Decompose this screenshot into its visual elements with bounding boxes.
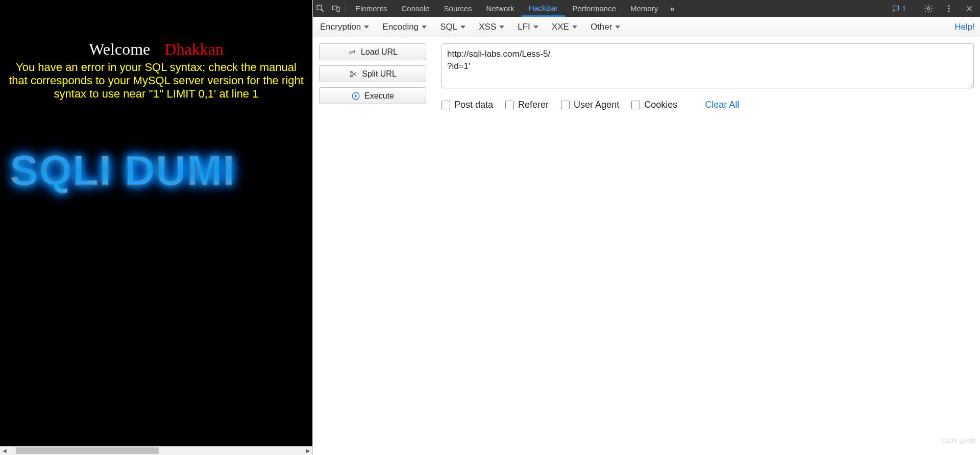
tab-memory[interactable]: Memory — [623, 0, 665, 17]
hackbar-right-column: Post data Referer User Agent Cookies Cle… — [442, 43, 974, 110]
menu-xxe-label: XXE — [552, 22, 569, 32]
svg-point-6 — [948, 10, 950, 12]
menu-xss[interactable]: XSS — [477, 22, 506, 32]
messages-count: 1 — [902, 5, 906, 13]
tab-elements[interactable]: Elements — [348, 0, 395, 17]
sql-error-text: You have an error in your SQL syntax; ch… — [0, 59, 312, 101]
load-url-label: Load URL — [361, 47, 398, 57]
tab-sources[interactable]: Sources — [437, 0, 479, 17]
close-devtools-icon[interactable] — [962, 5, 977, 13]
split-url-label: Split URL — [362, 69, 397, 79]
hackbar-button-column: Load URL Split URL Execute — [319, 43, 426, 104]
device-toolbar-icon[interactable] — [328, 0, 344, 17]
watermark: CSDN @雄枝 — [942, 437, 976, 445]
scroll-track[interactable] — [9, 446, 304, 455]
post-data-label: Post data — [454, 100, 493, 110]
user-agent-checkbox-input[interactable] — [561, 101, 570, 109]
cookies-checkbox-input[interactable] — [631, 101, 640, 109]
tab-performance[interactable]: Performance — [565, 0, 623, 17]
execute-label: Execute — [364, 91, 394, 101]
devtools-tabstrip: Elements Console Sources Network HackBar… — [313, 0, 980, 17]
hackbar-toolbar: Encryption Encoding SQL XSS LFI XXE Othe… — [313, 17, 980, 37]
scroll-left-arrow-icon[interactable]: ◀ — [0, 446, 9, 455]
menu-encryption-label: Encryption — [320, 22, 361, 32]
chevron-down-icon — [572, 26, 577, 29]
inspect-element-icon[interactable] — [313, 0, 328, 17]
tab-console[interactable]: Console — [395, 0, 437, 17]
referer-label: Referer — [518, 100, 549, 110]
hackbar-body: Load URL Split URL Execute Post data Ref… — [313, 37, 980, 116]
scroll-thumb[interactable] — [16, 447, 159, 454]
scroll-right-arrow-icon[interactable]: ▶ — [304, 446, 312, 455]
svg-point-3 — [927, 7, 930, 10]
menu-other-label: Other — [591, 22, 612, 32]
menu-xss-label: XSS — [479, 22, 496, 32]
menu-lfi[interactable]: LFI — [516, 22, 541, 32]
svg-rect-2 — [337, 7, 339, 11]
url-input[interactable] — [442, 43, 974, 88]
menu-xxe[interactable]: XXE — [550, 22, 579, 32]
cookies-label: Cookies — [644, 100, 677, 110]
chevron-down-icon — [533, 26, 538, 29]
split-url-button[interactable]: Split URL — [319, 65, 426, 82]
dhakkan-label: Dhakkan — [164, 40, 224, 58]
user-agent-checkbox[interactable]: User Agent — [561, 100, 619, 110]
play-icon — [351, 91, 360, 101]
svg-rect-0 — [317, 5, 322, 10]
rendered-page: Welcome Dhakkan You have an error in you… — [0, 0, 312, 455]
svg-point-5 — [948, 8, 950, 9]
chevron-down-icon — [615, 26, 620, 29]
execute-button[interactable]: Execute — [319, 87, 426, 104]
scissors-icon — [349, 69, 358, 79]
load-url-button[interactable]: Load URL — [319, 43, 426, 60]
menu-encoding-label: Encoding — [382, 22, 419, 32]
referer-checkbox-input[interactable] — [505, 101, 514, 109]
svg-rect-1 — [332, 6, 337, 10]
clear-all-link[interactable]: Clear All — [705, 100, 739, 110]
more-tabs-icon[interactable]: » — [665, 0, 679, 17]
chain-icon — [348, 47, 357, 57]
chevron-down-icon — [460, 26, 465, 29]
kebab-menu-icon[interactable] — [941, 4, 957, 13]
sqli-logo: SQLI DUMI — [0, 147, 312, 195]
horizontal-scrollbar[interactable]: ◀ ▶ — [0, 446, 312, 455]
post-data-checkbox[interactable]: Post data — [442, 100, 493, 110]
tab-hackbar[interactable]: HackBar — [522, 0, 566, 17]
chevron-down-icon — [499, 26, 504, 29]
svg-point-4 — [948, 5, 950, 7]
options-row: Post data Referer User Agent Cookies Cle… — [442, 100, 974, 110]
devtools-panel: Elements Console Sources Network HackBar… — [312, 0, 980, 455]
chevron-down-icon — [422, 26, 427, 29]
referer-checkbox[interactable]: Referer — [505, 100, 549, 110]
tab-network[interactable]: Network — [479, 0, 522, 17]
user-agent-label: User Agent — [574, 100, 619, 110]
menu-encryption[interactable]: Encryption — [318, 22, 371, 32]
menu-sql-label: SQL — [440, 22, 457, 32]
menu-lfi-label: LFI — [518, 22, 530, 32]
post-data-checkbox-input[interactable] — [442, 101, 450, 109]
welcome-heading: Welcome Dhakkan — [0, 40, 312, 59]
message-icon — [892, 5, 900, 13]
help-link[interactable]: Help! — [954, 22, 975, 32]
chevron-down-icon — [364, 26, 369, 29]
cookies-checkbox[interactable]: Cookies — [631, 100, 677, 110]
messages-indicator[interactable]: 1 — [892, 5, 906, 13]
menu-other[interactable]: Other — [589, 22, 623, 32]
tabstrip-divider — [346, 3, 346, 14]
settings-gear-icon[interactable] — [921, 4, 936, 13]
menu-sql[interactable]: SQL — [438, 22, 468, 32]
welcome-label: Welcome — [89, 40, 150, 58]
menu-encoding[interactable]: Encoding — [380, 22, 429, 32]
